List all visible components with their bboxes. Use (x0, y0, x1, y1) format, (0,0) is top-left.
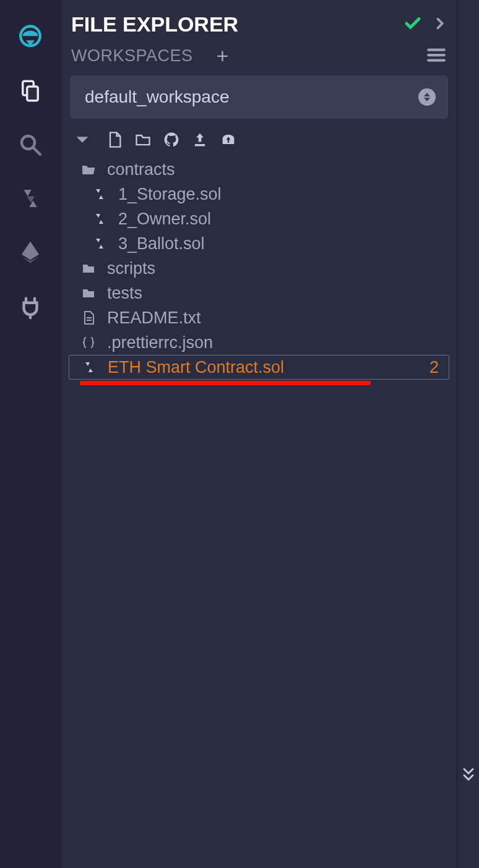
solidity-file-icon (91, 236, 108, 251)
folder-scripts[interactable]: scripts (69, 256, 449, 281)
right-gutter (457, 0, 479, 868)
workspaces-row: WORKSPACES + (71, 44, 447, 68)
folder-label: scripts (107, 259, 155, 278)
file-readme[interactable]: README.txt (69, 305, 449, 330)
json-file-icon (80, 335, 97, 350)
annotation-underline (80, 381, 371, 385)
file-explorer-icon[interactable] (12, 67, 49, 114)
new-folder-icon[interactable] (134, 131, 152, 151)
chevron-right-icon[interactable] (433, 17, 447, 33)
file-eth-contract[interactable]: ETH Smart Contract.sol 2 (69, 355, 449, 380)
folder-open-icon (80, 162, 97, 177)
folder-tests[interactable]: tests (69, 281, 449, 305)
panel-title: FILE EXPLORER (71, 12, 392, 36)
file-explorer-panel: FILE EXPLORER WORKSPACES + default_works… (61, 0, 457, 868)
deploy-run-icon[interactable] (12, 229, 49, 275)
icon-sidebar (0, 0, 61, 868)
solidity-compiler-icon[interactable] (12, 175, 49, 221)
new-file-icon[interactable] (106, 131, 123, 151)
folder-contracts[interactable]: contracts (69, 157, 449, 182)
publish-icon[interactable] (191, 131, 209, 151)
file-label: 3_Ballot.sol (118, 234, 205, 253)
file-prettierrc[interactable]: .prettierrc.json (69, 330, 449, 355)
search-icon[interactable] (12, 121, 49, 168)
logo-icon[interactable] (12, 14, 49, 60)
file-label: .prettierrc.json (107, 333, 213, 352)
file-ballot[interactable]: 3_Ballot.sol (69, 231, 449, 256)
plugin-manager-icon[interactable] (12, 283, 49, 329)
file-tree: contracts 1_Storage.sol 2_Owner.sol 3_Ba… (69, 157, 449, 385)
folder-label: tests (107, 284, 142, 303)
solidity-file-icon (91, 187, 108, 202)
collapse-caret-icon[interactable] (74, 131, 91, 151)
file-icon (80, 310, 97, 325)
file-toolbar (70, 129, 449, 153)
svg-rect-2 (27, 87, 38, 101)
add-workspace-icon[interactable]: + (217, 44, 229, 68)
solidity-file-icon (80, 360, 98, 375)
file-label: ETH Smart Contract.sol (108, 358, 284, 377)
folder-label: contracts (107, 160, 175, 179)
file-label: 2_Owner.sol (118, 210, 211, 229)
file-owner[interactable]: 2_Owner.sol (69, 206, 449, 231)
folder-icon (80, 286, 97, 300)
svg-rect-5 (195, 144, 205, 147)
folder-icon (80, 261, 97, 276)
file-label: 1_Storage.sol (118, 185, 222, 204)
workspaces-label: WORKSPACES (71, 46, 193, 66)
github-icon[interactable] (163, 131, 180, 151)
upload-icon[interactable] (220, 131, 237, 151)
hamburger-menu-icon[interactable] (426, 45, 447, 68)
workspace-select[interactable]: default_workspace (70, 75, 448, 119)
file-label: README.txt (107, 308, 201, 328)
panel-header: FILE EXPLORER (71, 12, 447, 36)
solidity-file-icon (91, 211, 108, 226)
svg-line-4 (33, 148, 40, 155)
error-count: 2 (429, 358, 439, 377)
connected-check-icon[interactable] (403, 14, 422, 35)
file-storage[interactable]: 1_Storage.sol (69, 182, 449, 206)
workspace-selected-value: default_workspace (85, 87, 418, 107)
expand-chevrons-icon[interactable] (461, 767, 476, 786)
select-knob-icon (418, 88, 436, 106)
